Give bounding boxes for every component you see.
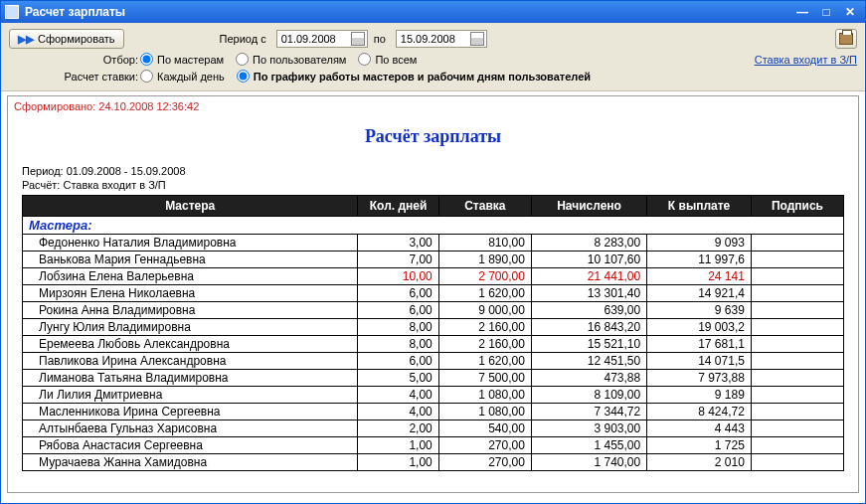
cell-name: Лиманова Татьяна Владимировна bbox=[23, 370, 358, 387]
cell-rate: 540,00 bbox=[438, 420, 531, 437]
cell-sign bbox=[751, 387, 843, 404]
cell-days: 6,00 bbox=[358, 285, 438, 302]
form-button-label: Сформировать bbox=[38, 33, 115, 45]
cell-days: 7,00 bbox=[358, 252, 438, 268]
cell-days: 6,00 bbox=[358, 302, 438, 319]
table-row[interactable]: Алтынбаева Гульназ Харисовна2,00540,003 … bbox=[23, 420, 844, 437]
period-to-field[interactable] bbox=[396, 30, 487, 48]
cell-sign bbox=[751, 336, 843, 353]
cell-accrued: 1 455,00 bbox=[531, 437, 646, 454]
table-row[interactable]: Масленникова Ирина Сергеевна4,001 080,00… bbox=[23, 404, 844, 420]
cell-payable: 1 725 bbox=[647, 437, 752, 454]
cell-payable: 8 424,72 bbox=[647, 404, 752, 420]
filter-masters-label: По мастерам bbox=[157, 54, 224, 66]
cell-rate: 1 620,00 bbox=[438, 353, 531, 370]
form-button[interactable]: ▶▶ Сформировать bbox=[9, 29, 124, 49]
cell-accrued: 16 843,20 bbox=[531, 319, 646, 336]
cell-rate: 270,00 bbox=[438, 454, 531, 471]
filter-users-label: По пользователям bbox=[253, 54, 346, 66]
table-row[interactable]: Рокина Анна Владимировна6,009 000,00639,… bbox=[23, 302, 844, 319]
report-title: Расчёт зарплаты bbox=[22, 126, 844, 147]
cell-name: Ванькова Мария Геннадьевна bbox=[23, 252, 358, 268]
table-row[interactable]: Лобзина Елена Валерьевна10,002 700,0021 … bbox=[23, 268, 844, 285]
cell-days: 8,00 bbox=[358, 319, 438, 336]
calc-daily-radio[interactable]: Каждый день bbox=[140, 70, 225, 83]
cell-payable: 24 141 bbox=[647, 268, 752, 285]
table-row[interactable]: Федоненко Наталия Владимировна3,00810,00… bbox=[23, 235, 844, 252]
toolbar: ▶▶ Сформировать Период с по Отбор: По ма… bbox=[1, 23, 865, 91]
cell-payable: 2 010 bbox=[647, 454, 752, 471]
table-row[interactable]: Павликова Ирина Александровна6,001 620,0… bbox=[23, 353, 844, 370]
cell-accrued: 13 301,40 bbox=[531, 285, 646, 302]
calendar-icon[interactable] bbox=[470, 32, 484, 46]
cell-days: 3,00 bbox=[358, 235, 438, 252]
col-payable: К выплате bbox=[647, 196, 752, 217]
calc-schedule-radio[interactable]: По графику работы мастеров и рабочим дня… bbox=[237, 70, 591, 83]
table-row[interactable]: Мурачаева Жанна Хамидовна1,00270,001 740… bbox=[23, 454, 844, 471]
cell-payable: 7 973,88 bbox=[647, 370, 752, 387]
table-row[interactable]: Рябова Анастасия Сергеевна1,00270,001 45… bbox=[23, 437, 844, 454]
col-name: Мастера bbox=[23, 196, 358, 217]
cell-payable: 17 681,1 bbox=[647, 336, 752, 353]
cell-days: 6,00 bbox=[358, 353, 438, 370]
cell-accrued: 639,00 bbox=[531, 302, 646, 319]
cell-rate: 1 080,00 bbox=[438, 404, 531, 420]
cell-name: Мурачаева Жанна Хамидовна bbox=[23, 454, 358, 471]
report-area[interactable]: Сформировано: 24.10.2008 12:36:42 Расчёт… bbox=[7, 95, 859, 493]
table-row[interactable]: Лунгу Юлия Владимировна8,002 160,0016 84… bbox=[23, 319, 844, 336]
filter-all-radio[interactable]: По всем bbox=[358, 53, 417, 66]
period-from-input[interactable] bbox=[281, 33, 349, 45]
filter-users-radio[interactable]: По пользователям bbox=[236, 53, 346, 66]
period-to-input[interactable] bbox=[401, 33, 468, 45]
cell-rate: 1 890,00 bbox=[438, 252, 531, 268]
calendar-icon[interactable] bbox=[351, 32, 365, 46]
cell-sign bbox=[751, 420, 843, 437]
table-row[interactable]: Мирзоян Елена Николаевна6,001 620,0013 3… bbox=[23, 285, 844, 302]
cell-accrued: 8 283,00 bbox=[531, 235, 646, 252]
period-to-label: по bbox=[374, 33, 386, 45]
table-header-row: Мастера Кол. дней Ставка Начислено К вып… bbox=[23, 196, 844, 217]
cell-accrued: 10 107,60 bbox=[531, 252, 646, 268]
cell-name: Масленникова Ирина Сергеевна bbox=[23, 404, 358, 420]
cell-sign bbox=[751, 370, 843, 387]
play-icon: ▶▶ bbox=[18, 33, 34, 46]
maximize-button[interactable]: □ bbox=[815, 4, 837, 20]
window-titlebar: Расчет зарплаты — □ ✕ bbox=[1, 1, 865, 23]
cell-name: Ли Лилия Дмитриевна bbox=[23, 387, 358, 404]
calc-label: Расчет ставки: bbox=[9, 71, 138, 83]
rate-in-zp-link[interactable]: Ставка входит в З/П bbox=[755, 54, 857, 66]
cell-accrued: 473,88 bbox=[531, 370, 646, 387]
cell-days: 8,00 bbox=[358, 336, 438, 353]
close-button[interactable]: ✕ bbox=[839, 4, 861, 20]
cell-sign bbox=[751, 302, 843, 319]
cell-rate: 1 080,00 bbox=[438, 387, 531, 404]
cell-days: 10,00 bbox=[358, 268, 438, 285]
calc-schedule-label: По графику работы мастеров и рабочим дня… bbox=[254, 71, 591, 83]
cell-rate: 2 160,00 bbox=[438, 336, 531, 353]
cell-days: 4,00 bbox=[358, 404, 438, 420]
cell-name: Лунгу Юлия Владимировна bbox=[23, 319, 358, 336]
cell-sign bbox=[751, 285, 843, 302]
cell-accrued: 21 441,00 bbox=[531, 268, 646, 285]
period-from-field[interactable] bbox=[276, 30, 368, 48]
cell-name: Рябова Анастасия Сергеевна bbox=[23, 437, 358, 454]
cell-payable: 19 003,2 bbox=[647, 319, 752, 336]
table-row[interactable]: Еремеева Любовь Александровна8,002 160,0… bbox=[23, 336, 844, 353]
cell-accrued: 8 109,00 bbox=[531, 387, 646, 404]
cell-payable: 14 071,5 bbox=[647, 353, 752, 370]
print-button[interactable] bbox=[835, 29, 857, 49]
cell-sign bbox=[751, 437, 843, 454]
filter-masters-radio[interactable]: По мастерам bbox=[140, 53, 224, 66]
cell-sign bbox=[751, 404, 843, 420]
formed-at: Сформировано: 24.10.2008 12:36:42 bbox=[8, 96, 858, 112]
table-row[interactable]: Лиманова Татьяна Владимировна5,007 500,0… bbox=[23, 370, 844, 387]
cell-payable: 9 189 bbox=[647, 387, 752, 404]
minimize-button[interactable]: — bbox=[791, 4, 813, 20]
cell-accrued: 3 903,00 bbox=[531, 420, 646, 437]
table-row[interactable]: Ли Лилия Дмитриевна4,001 080,008 109,009… bbox=[23, 387, 844, 404]
cell-sign bbox=[751, 353, 843, 370]
cell-name: Алтынбаева Гульназ Харисовна bbox=[23, 420, 358, 437]
table-row[interactable]: Ванькова Мария Геннадьевна7,001 890,0010… bbox=[23, 252, 844, 268]
col-rate: Ставка bbox=[438, 196, 531, 217]
cell-rate: 9 000,00 bbox=[438, 302, 531, 319]
